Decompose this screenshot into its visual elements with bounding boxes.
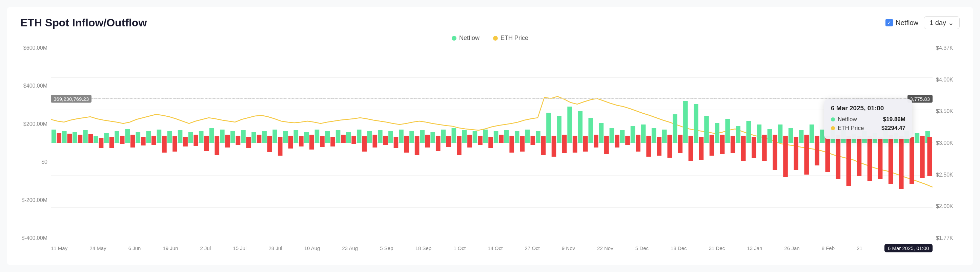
svg-rect-95 (515, 131, 519, 143)
svg-rect-147 (789, 128, 793, 143)
svg-rect-72 (394, 137, 399, 148)
svg-rect-135 (725, 119, 730, 143)
svg-rect-51 (283, 131, 288, 143)
timeframe-button[interactable]: 1 day ⌄ (924, 16, 960, 29)
x-label-23aug: 23 Aug (342, 245, 358, 251)
svg-rect-71 (388, 131, 393, 143)
timeframe-arrow: ⌄ (948, 19, 954, 27)
svg-rect-156 (836, 134, 841, 179)
svg-rect-18 (110, 137, 114, 148)
tooltip-date: 6 Mar 2025, 01:00 (831, 104, 905, 112)
x-label-26jan: 26 Jan (784, 245, 800, 251)
chart-inner: 6 Mar 2025, 01:00 Netflow $19.86M ETH Pr… (51, 45, 932, 241)
svg-rect-83 (452, 128, 457, 143)
x-label-28jul: 28 Jul (269, 245, 282, 251)
eth-price-tooltip-dot (831, 126, 835, 130)
svg-rect-116 (625, 136, 630, 145)
y-right-label-4: $2.50K (936, 172, 953, 178)
svg-rect-41 (231, 131, 235, 143)
svg-rect-62 (341, 134, 346, 143)
timeframe-label: 1 day (929, 19, 946, 27)
svg-rect-143 (768, 129, 772, 143)
tooltip-eth-value: $2294.47 (881, 125, 905, 131)
svg-rect-98 (531, 136, 535, 145)
svg-rect-87 (473, 131, 477, 143)
svg-rect-36 (204, 136, 209, 151)
svg-rect-154 (825, 136, 830, 172)
svg-rect-138 (741, 136, 746, 161)
tooltip-eth-label: ETH Price (831, 125, 864, 131)
svg-rect-93 (504, 130, 509, 143)
x-label-31dec: 31 Dec (709, 245, 725, 251)
netflow-checkbox[interactable]: ✓ Netflow (885, 19, 918, 27)
svg-rect-60 (330, 137, 335, 147)
x-label-19jun: 19 Jun (163, 245, 178, 251)
checkbox-icon: ✓ (885, 19, 893, 26)
svg-rect-59 (325, 131, 330, 143)
chart-legend: Netflow ETH Price (20, 35, 960, 42)
y-left-label-3: $0 (41, 159, 48, 165)
svg-rect-58 (320, 136, 325, 147)
svg-rect-125 (673, 114, 678, 143)
tooltip-row-netflow: Netflow $19.86M (831, 116, 905, 123)
svg-rect-142 (762, 134, 767, 161)
x-label-24may: 24 May (89, 245, 106, 251)
svg-rect-134 (720, 134, 725, 154)
x-label-10aug: 10 Aug (304, 245, 320, 251)
eth-price-legend-label: ETH Price (501, 35, 528, 42)
svg-rect-94 (509, 136, 514, 153)
svg-rect-43 (241, 130, 246, 143)
svg-rect-76 (415, 136, 420, 155)
svg-rect-75 (409, 131, 414, 143)
x-label-5sep: 5 Sep (380, 245, 393, 251)
y-right-label-1: $4.00K (936, 77, 953, 83)
svg-rect-99 (536, 131, 541, 143)
svg-rect-20 (120, 136, 125, 144)
svg-rect-52 (288, 136, 293, 149)
svg-rect-79 (430, 132, 435, 143)
svg-rect-92 (499, 134, 504, 143)
svg-rect-137 (736, 126, 740, 143)
svg-rect-109 (588, 118, 593, 143)
svg-rect-77 (420, 130, 425, 143)
svg-rect-90 (488, 137, 493, 148)
x-label-21: 21 (857, 245, 862, 251)
y-left-label-0: $600.00M (23, 45, 48, 51)
svg-rect-133 (715, 123, 719, 143)
tooltip-row-eth-price: ETH Price $2294.47 (831, 125, 905, 131)
x-label-1oct: 1 Oct (453, 245, 466, 251)
svg-rect-117 (631, 126, 635, 143)
chart-area: $600.00M $400.00M $200.00M $0 $-200.00M … (20, 45, 960, 255)
svg-rect-115 (620, 130, 625, 143)
svg-rect-46 (257, 134, 262, 143)
svg-rect-149 (799, 130, 804, 143)
svg-rect-47 (262, 131, 267, 143)
y-axis-right: $4.37K $4.00K $3.50K $3.00K $2.50K $2.00… (932, 45, 960, 241)
x-label-9nov: 9 Nov (562, 245, 575, 251)
tooltip-netflow-value: $19.86M (883, 116, 905, 123)
svg-rect-21 (125, 129, 130, 143)
svg-rect-88 (478, 136, 482, 145)
netflow-legend-label: Netflow (459, 35, 479, 42)
svg-rect-33 (188, 132, 193, 143)
svg-rect-122 (657, 137, 662, 156)
svg-rect-85 (462, 130, 467, 143)
x-label-13jan: 13 Jan (747, 245, 762, 251)
svg-rect-61 (336, 130, 340, 143)
svg-rect-108 (583, 136, 588, 152)
svg-rect-96 (520, 136, 525, 152)
svg-rect-49 (272, 130, 277, 143)
svg-rect-13 (83, 130, 88, 143)
svg-rect-124 (667, 134, 672, 158)
y-right-label-5: $2.00K (936, 203, 953, 209)
svg-rect-107 (578, 111, 582, 143)
svg-rect-73 (399, 130, 404, 143)
svg-rect-110 (594, 134, 598, 147)
svg-rect-24 (141, 137, 146, 145)
svg-rect-38 (215, 136, 220, 155)
svg-rect-171 (915, 133, 920, 143)
svg-rect-119 (641, 125, 646, 143)
svg-rect-164 (878, 137, 883, 179)
x-label-15jul: 15 Jul (233, 245, 247, 251)
svg-rect-170 (910, 137, 914, 184)
